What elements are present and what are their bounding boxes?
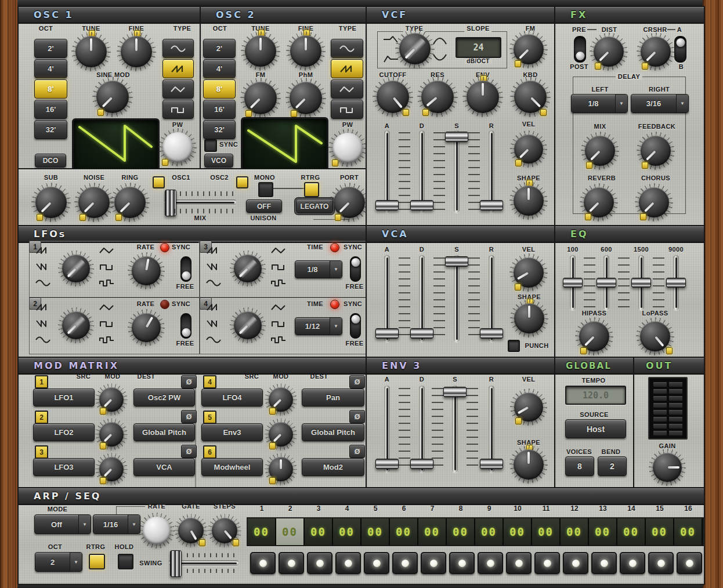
osc2-oct-8-button[interactable]: 8' [203,79,236,99]
osc1-sine-mod-knob[interactable] [96,81,129,113]
lfo1-wave-selector-knob[interactable] [62,255,90,282]
osc1-type-sine-button[interactable] [162,39,194,58]
delay-right-select[interactable]: 3/16 ▼ [631,94,689,113]
eq-band-9000-slider[interactable] [666,255,686,310]
mod-slot3-invert-button[interactable]: Ø [181,445,197,458]
eq-band-100-slider[interactable] [563,255,583,310]
delay-left-select[interactable]: 1/8 ▼ [571,94,628,113]
lfo4-sync-free-toggle[interactable] [350,313,361,339]
mod-slot6-dest-button[interactable]: Mod2 [302,458,364,476]
mod-slot6-src-button[interactable]: Modwheel [201,458,263,476]
punch-checkbox[interactable] [508,340,520,352]
osc2-type-saw-button[interactable] [331,59,363,78]
vcf-type-selector-knob[interactable] [399,33,431,64]
osc2-tune-knob[interactable] [245,35,276,67]
mod-slot4-invert-button[interactable]: Ø [349,375,365,389]
step-button[interactable] [449,552,475,574]
step-button[interactable] [534,552,560,574]
lfo2-wave-selector-knob[interactable] [62,311,90,339]
osc1-oct-2-button[interactable]: 2' [34,39,67,58]
env3-sustain-slider[interactable] [444,386,466,473]
mod-slot2-dest-button[interactable]: Global Pitch [133,423,195,441]
osc1-tune-knob[interactable] [75,36,107,67]
osc1-oct-4-button[interactable]: 4' [34,59,67,78]
osc2-vco-button[interactable]: VCO [204,154,233,168]
step-button[interactable] [279,552,304,574]
osc1-fine-knob[interactable] [121,36,152,67]
osc1-type-saw-button[interactable] [162,59,194,78]
unison-select-button[interactable]: OFF [246,199,282,213]
env3-decay-slider[interactable] [411,386,433,473]
mod-slot4-dest-button[interactable]: Pan [302,389,364,406]
lfo1-sync-free-toggle[interactable] [180,256,191,282]
eq-band-1500-slider[interactable] [631,255,651,310]
vcf-kbd-knob[interactable] [514,81,547,113]
osc2-oct-16-button[interactable]: 16' [203,100,236,119]
osc2-fm-knob[interactable] [244,82,277,114]
vca-release-slider[interactable] [480,255,503,342]
mod-slot2-invert-button[interactable]: Ø [181,410,197,423]
mod-slot2-src-button[interactable]: LFO2 [33,423,95,441]
source-select-button[interactable]: Host [565,419,626,438]
step-button[interactable] [392,552,418,574]
osc1-oct-16-button[interactable]: 16' [34,100,67,119]
mod-slot6-invert-button[interactable]: Ø [349,445,365,458]
bend-select-button[interactable]: 2 [598,456,627,476]
mod-slot3-dest-button[interactable]: VCA [133,458,195,476]
step-button[interactable] [620,552,645,574]
osc2-oct-4-button[interactable]: 4' [203,59,236,78]
vcf-shape-knob[interactable] [514,186,544,216]
osc1-type-triangle-button[interactable] [162,79,194,99]
vcf-slope-display[interactable]: 24 [456,37,501,58]
mod-slot4-src-button[interactable]: LFO4 [201,389,263,406]
osc1-on-led-button[interactable] [153,176,165,188]
lfo2-rate-knob[interactable] [132,313,161,342]
step-button[interactable] [677,552,702,574]
osc2-type-triangle-button[interactable] [331,79,363,99]
env3-release-slider[interactable] [480,386,503,473]
vca-sustain-slider[interactable] [446,255,468,342]
vca-decay-slider[interactable] [411,255,433,342]
vcf-release-slider[interactable] [480,130,503,213]
step-button[interactable] [364,552,389,574]
crshr-a-b-toggle[interactable] [674,36,686,63]
osc2-sync-checkbox[interactable] [204,139,217,152]
voices-select-button[interactable]: 8 [565,456,594,476]
vcf-attack-slider[interactable] [376,130,398,213]
vcf-decay-slider[interactable] [411,130,433,213]
eq-band-600-slider[interactable] [597,255,616,310]
lfo3-wave-selector-knob[interactable] [234,255,262,282]
osc1-dco-button[interactable]: DCO [35,154,66,168]
step-button[interactable] [591,552,617,574]
step-button[interactable] [250,552,276,574]
step-button[interactable] [563,552,588,574]
lfo3-sync-free-toggle[interactable] [350,256,361,282]
noise-knob[interactable] [78,187,110,218]
rtrg-button[interactable] [304,182,319,197]
lfo4-wave-selector-knob[interactable] [234,311,262,339]
osc2-oct-32-button[interactable]: 32' [203,120,236,139]
osc1-oct-32-button[interactable]: 32' [34,120,67,139]
osc1-oct-8-button[interactable]: 8' [34,79,67,99]
lfo2-sync-free-toggle[interactable] [180,313,191,339]
mod-slot5-dest-button[interactable]: Global Pitch [302,423,364,441]
vcf-sustain-slider[interactable] [446,130,468,213]
sub-knob[interactable] [35,187,67,218]
mod-slot1-dest-button[interactable]: Osc2 PW [133,389,195,406]
lopass-knob[interactable] [640,321,670,351]
pre-post-toggle[interactable] [574,36,586,63]
lfo3-time-select[interactable]: 1/8 ▼ [295,260,342,278]
osc2-type-square-button[interactable] [331,100,363,119]
step-button[interactable] [307,552,332,574]
vcf-env-knob[interactable] [467,81,499,113]
osc2-pw-knob[interactable] [332,133,363,163]
vca-attack-slider[interactable] [376,255,398,342]
step-button[interactable] [648,552,674,574]
osc2-type-sine-button[interactable] [331,39,363,58]
vcf-res-knob[interactable] [421,81,454,113]
mod-slot5-invert-button[interactable]: Ø [349,410,365,423]
mod-slot1-src-button[interactable]: LFO1 [33,389,95,406]
mod-slot1-invert-button[interactable]: Ø [181,375,197,389]
env3-attack-slider[interactable] [376,386,398,473]
vcf-cutoff-knob[interactable] [377,81,409,113]
